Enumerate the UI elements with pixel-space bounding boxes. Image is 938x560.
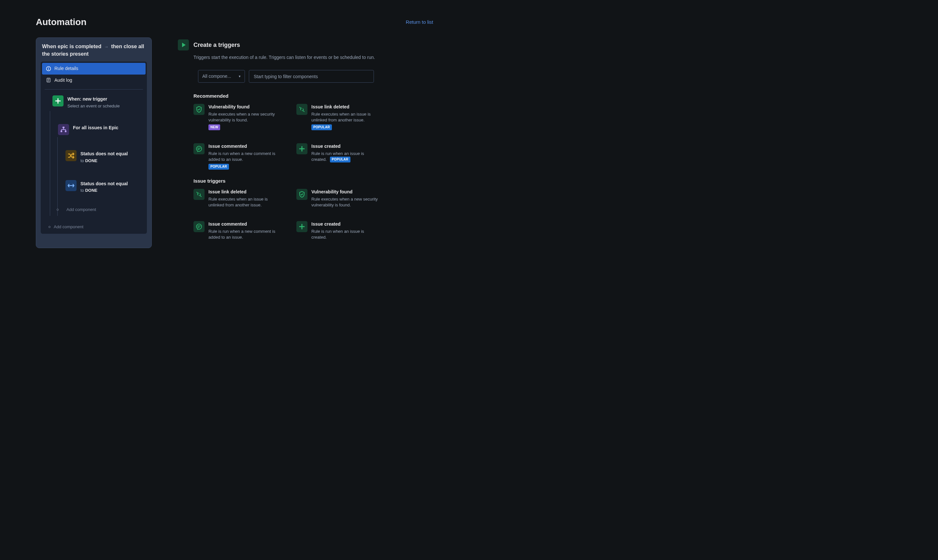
page-title: Automation — [36, 15, 87, 28]
menu-audit-log-label: Audit log — [54, 77, 72, 84]
trigger-desc: Rule executes when an issue is unlinked … — [311, 111, 380, 123]
shuffle-icon — [65, 150, 77, 161]
cond1-sub: to DONE — [80, 158, 128, 164]
comment-icon — [194, 143, 205, 154]
plus-icon — [296, 221, 308, 232]
trigger-title: Issue link deleted — [208, 189, 277, 195]
trigger-section: RecommendedVulnerability foundRule execu… — [194, 92, 386, 170]
trigger-desc: Rule executes when a new security vulner… — [311, 196, 380, 208]
trigger-item[interactable]: Vulnerability foundRule executes when a … — [296, 189, 386, 208]
return-to-list-link[interactable]: Return to list — [406, 18, 433, 25]
section-heading: Recommended — [194, 92, 386, 99]
divider — [45, 89, 143, 89]
trigger-title: Issue link deleted — [311, 104, 380, 110]
rule-outline-panel: When epic is completed → then close all … — [36, 37, 152, 248]
chevron-down-icon: ▾ — [239, 74, 241, 79]
trigger-title: Issue created — [311, 221, 380, 228]
trigger-title: Vulnerability found — [311, 189, 380, 195]
trigger-item[interactable]: Issue commentedRule is run when a new co… — [194, 143, 283, 170]
menu-rule-details[interactable]: Rule details — [42, 63, 146, 75]
trigger-item[interactable]: Vulnerability foundRule executes when a … — [194, 104, 283, 130]
trigger-desc: Rule is run when a new comment is added … — [208, 151, 277, 163]
trigger-desc: Rule is run when an issue is created. PO… — [311, 151, 380, 163]
branch-title: For all issues in Epic — [73, 125, 118, 131]
trigger-item[interactable]: Issue createdRule is run when an issue i… — [296, 221, 386, 240]
unlink-icon — [194, 189, 205, 200]
move-icon — [65, 180, 77, 191]
trigger-desc: Rule executes when a new security vulner… — [208, 111, 277, 123]
cond2-sub: to DONE — [80, 188, 128, 193]
component-type-select[interactable]: All compone... ▾ — [198, 70, 245, 83]
trigger-title: Issue created — [311, 143, 380, 150]
node-condition-1[interactable]: Status does not equal to DONE — [65, 150, 143, 164]
rule-inner-panel: Rule details Audit log When: new trigger — [41, 62, 147, 234]
comment-icon — [194, 221, 205, 232]
trigger-title: Issue commented — [208, 221, 277, 228]
plus-icon — [296, 143, 308, 154]
when-title: When: new trigger — [68, 96, 120, 103]
trigger-title: Issue commented — [208, 143, 277, 150]
sitemap-icon — [58, 124, 69, 135]
log-icon — [46, 77, 51, 83]
add-component-outer-label: Add component — [54, 224, 83, 230]
add-component-outer[interactable]: Add component — [49, 224, 143, 230]
trigger-item[interactable]: Issue commentedRule is run when a new co… — [194, 221, 283, 240]
plus-icon — [52, 95, 63, 106]
shield-icon — [194, 104, 205, 115]
when-sub: Select an event or schedule — [68, 103, 120, 109]
cond1-title: Status does not equal — [80, 151, 128, 157]
add-dot-icon — [57, 209, 59, 211]
section-heading: Issue triggers — [194, 177, 386, 184]
add-component-inner[interactable]: Add component — [58, 203, 143, 212]
unlink-icon — [296, 104, 308, 115]
content-title: Create a triggers — [194, 41, 240, 49]
cond2-title: Status does not equal — [80, 181, 128, 187]
trigger-desc: Rule is run when a new comment is added … — [208, 229, 277, 240]
badge-new: NEW — [208, 125, 220, 130]
node-when-trigger[interactable]: When: new trigger Select an event or sch… — [52, 95, 143, 109]
trigger-item[interactable]: Issue createdRule is run when an issue i… — [296, 143, 386, 170]
arrow-icon: → — [103, 44, 110, 49]
menu-rule-details-label: Rule details — [54, 65, 78, 72]
badge-popular: POPULAR — [330, 157, 350, 163]
trigger-desc: Rule is run when an issue is created. — [311, 229, 380, 240]
filter-input[interactable] — [249, 70, 374, 83]
content-desc: Triggers start the execution of a rule. … — [194, 54, 386, 61]
trigger-title: Vulnerability found — [208, 104, 277, 110]
menu-audit-log[interactable]: Audit log — [42, 75, 146, 86]
trigger-section: Issue triggersIssue link deletedRule exe… — [194, 177, 386, 240]
add-dot-icon — [49, 226, 51, 228]
content-area: Create a triggers Triggers start the exe… — [178, 37, 386, 248]
add-component-inner-label: Add component — [66, 207, 96, 212]
rule-name-prefix: When epic is completed — [42, 44, 101, 49]
badge-popular: POPULAR — [311, 125, 332, 130]
badge-popular: POPULAR — [208, 164, 229, 170]
info-icon — [46, 66, 51, 71]
trigger-desc: Rule executes when an issue is unlinked … — [208, 196, 277, 208]
shield-icon — [296, 189, 308, 200]
trigger-item[interactable]: Issue link deletedRule executes when an … — [296, 104, 386, 130]
trigger-item[interactable]: Issue link deletedRule executes when an … — [194, 189, 283, 208]
rule-name: When epic is completed → then close all … — [41, 42, 147, 62]
select-label: All compone... — [202, 73, 231, 80]
node-branch-issues[interactable]: For all issues in Epic — [58, 124, 143, 135]
play-icon — [178, 39, 189, 51]
node-condition-2[interactable]: Status does not equal to DONE — [65, 180, 143, 194]
